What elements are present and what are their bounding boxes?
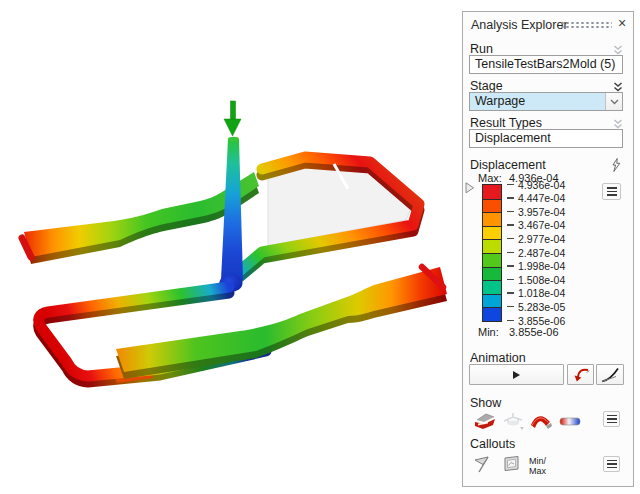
- play-icon: [513, 371, 520, 379]
- legend-color-band: [483, 185, 501, 199]
- show-menu-button[interactable]: [603, 411, 620, 427]
- legend-tick: [507, 211, 514, 213]
- legend-menu-button[interactable]: [602, 183, 621, 200]
- result-types-field[interactable]: Displacement: [469, 129, 623, 148]
- feed-system-icon[interactable]: [500, 409, 526, 432]
- legend-color-band: [483, 212, 501, 226]
- animation-curve-button[interactable]: [596, 364, 624, 385]
- stage-label: Stage: [470, 79, 503, 93]
- legend-color-band: [483, 267, 501, 281]
- legend-tick-label: 1.018e-04: [518, 287, 565, 299]
- legend-tick: [507, 279, 514, 281]
- deformed-part-icon[interactable]: [472, 409, 498, 432]
- drag-handle-icon[interactable]: [560, 21, 612, 28]
- legend-tick-label: 1.998e-04: [518, 260, 565, 272]
- animation-label: Animation: [470, 351, 526, 365]
- legend-tick-label: 4.447e-04: [518, 192, 565, 204]
- legend-tick-label: 2.977e-04: [518, 233, 565, 245]
- tensile-bar-lower: [116, 267, 447, 379]
- lightning-icon[interactable]: [610, 158, 622, 172]
- legend-tick: [507, 184, 514, 186]
- legend-tick: [507, 252, 514, 254]
- legend-min-label: Min:: [478, 326, 499, 338]
- show-label: Show: [470, 396, 501, 410]
- legend-tick-label: 1.508e-04: [518, 274, 565, 286]
- legend-tick-label: 3.855e-06: [518, 315, 565, 327]
- viewport-3d[interactable]: [0, 0, 460, 494]
- legend-tick-label: 5.283e-05: [518, 301, 565, 313]
- result-types-label: Result Types: [470, 116, 542, 130]
- animation-curve-icon: [600, 367, 620, 383]
- analysis-explorer-panel: Analysis Explorer × Run TensileTestBars2…: [462, 11, 634, 487]
- legend-color-band: [483, 226, 501, 240]
- loop-button[interactable]: [567, 364, 594, 385]
- load-arrow-icon: [224, 101, 241, 136]
- legend-tick-label: 3.957e-04: [518, 206, 565, 218]
- legend-title: Displacement: [470, 158, 546, 172]
- play-button[interactable]: [469, 364, 564, 385]
- legend-color-band: [483, 280, 501, 294]
- color-scale-icon[interactable]: [557, 409, 583, 432]
- legend-color-band: [483, 253, 501, 267]
- legend-tick: [507, 320, 514, 322]
- stage-dropdown[interactable]: Warpage: [469, 92, 623, 111]
- legend-tick: [507, 306, 514, 308]
- chevron-down-icon: [610, 99, 619, 105]
- legend-max-label: Max:: [478, 172, 502, 184]
- panel-title: Analysis Explorer: [471, 18, 568, 32]
- application-window: Analysis Explorer × Run TensileTestBars2…: [0, 0, 640, 494]
- legend-color-band: [483, 294, 501, 308]
- legend-tick: [507, 292, 514, 294]
- legend-color-bar[interactable]: [482, 184, 502, 322]
- legend-tick: [507, 224, 514, 226]
- minmax-callout-button[interactable]: Min/ Max: [529, 456, 546, 476]
- legend-pointer-icon[interactable]: [465, 182, 475, 194]
- run-field[interactable]: TensileTestBars2Mold (5): [469, 55, 623, 74]
- callouts-label: Callouts: [470, 437, 515, 451]
- legend-min-value: 3.855e-06: [509, 326, 559, 338]
- loop-arrow-icon: [572, 367, 590, 383]
- bent-part-icon[interactable]: [528, 409, 554, 432]
- legend-color-band: [483, 239, 501, 253]
- run-label: Run: [470, 42, 493, 56]
- legend-tick-label: 2.487e-04: [518, 247, 565, 259]
- stage-dropdown-value: Warpage: [470, 93, 605, 110]
- callouts-menu-button[interactable]: [603, 456, 620, 472]
- legend-tick: [507, 265, 514, 267]
- legend-color-band: [483, 199, 501, 213]
- close-icon[interactable]: ×: [614, 14, 630, 32]
- minmax-line1: Min/: [529, 456, 546, 466]
- legend-color-band: [483, 307, 501, 321]
- probe-flag-icon[interactable]: [471, 453, 495, 475]
- dropdown-button[interactable]: [605, 93, 622, 110]
- minmax-line2: Max: [529, 466, 546, 476]
- legend-tick-label: 3.467e-04: [518, 219, 565, 231]
- plot-note-icon[interactable]: [499, 453, 523, 475]
- legend-tick: [507, 238, 514, 240]
- legend-tick: [507, 197, 514, 199]
- legend-tick-label: 4.936e-04: [518, 179, 565, 191]
